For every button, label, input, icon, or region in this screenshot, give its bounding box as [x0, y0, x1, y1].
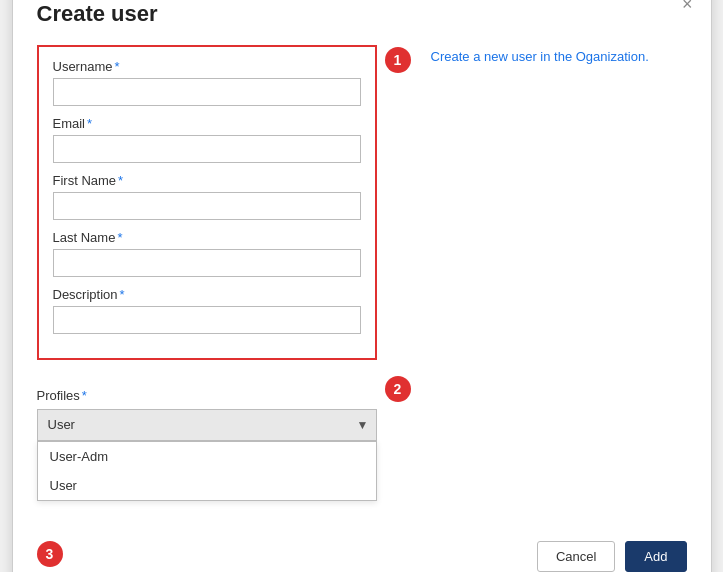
- profiles-row: Profiles* User User-Adm ▼ User-Adm User …: [37, 374, 687, 501]
- dialog-title: Create user: [37, 1, 687, 27]
- firstname-input[interactable]: [53, 192, 361, 220]
- form-and-badge: Username* Email* First Name*: [37, 45, 411, 360]
- description-input[interactable]: [53, 306, 361, 334]
- form-section: Username* Email* First Name*: [37, 45, 377, 360]
- dropdown-item-useradm[interactable]: User-Adm: [38, 442, 376, 471]
- profiles-label: Profiles*: [37, 388, 377, 403]
- username-label: Username*: [53, 59, 361, 74]
- add-button[interactable]: Add: [625, 541, 686, 572]
- lastname-input[interactable]: [53, 249, 361, 277]
- dialog-body: Username* Email* First Name*: [37, 45, 687, 360]
- description-label: Description*: [53, 287, 361, 302]
- description-group: Description*: [53, 287, 361, 334]
- email-input[interactable]: [53, 135, 361, 163]
- username-group: Username*: [53, 59, 361, 106]
- dropdown-item-user[interactable]: User: [38, 471, 376, 500]
- dialog-footer: 3 Cancel Add: [37, 531, 687, 572]
- close-button[interactable]: ×: [682, 0, 693, 13]
- firstname-group: First Name*: [53, 173, 361, 220]
- annotation-badge-1: 1: [385, 47, 411, 73]
- lastname-label: Last Name*: [53, 230, 361, 245]
- firstname-label: First Name*: [53, 173, 361, 188]
- profiles-select[interactable]: User User-Adm: [37, 409, 377, 441]
- dropdown-list: User-Adm User: [37, 441, 377, 501]
- profiles-section: Profiles* User User-Adm ▼ User-Adm User: [37, 388, 377, 501]
- side-description: Create a new user in the Oganization.: [431, 45, 687, 360]
- cancel-button[interactable]: Cancel: [537, 541, 615, 572]
- username-input[interactable]: [53, 78, 361, 106]
- email-label: Email*: [53, 116, 361, 131]
- annotation-badge-3: 3: [37, 541, 63, 567]
- annotation-badge-2: 2: [385, 376, 411, 402]
- profiles-dropdown-container: User User-Adm ▼: [37, 409, 377, 441]
- lastname-group: Last Name*: [53, 230, 361, 277]
- create-user-dialog: Create user × Username* Email*: [12, 0, 712, 572]
- email-group: Email*: [53, 116, 361, 163]
